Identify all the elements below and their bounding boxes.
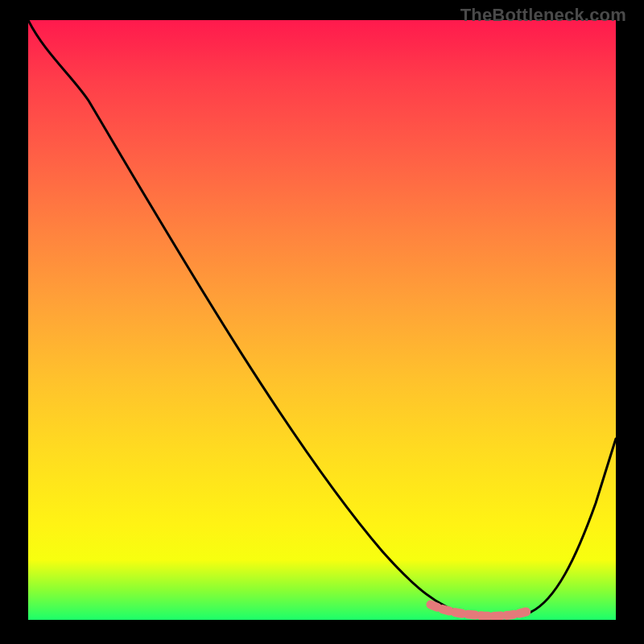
chart-svg xyxy=(28,20,616,620)
chart-plot-area xyxy=(28,20,616,620)
bottleneck-curve xyxy=(28,20,616,617)
highlight-segment xyxy=(431,605,529,616)
chart-frame: TheBottleneck.com xyxy=(0,0,644,644)
watermark-text: TheBottleneck.com xyxy=(460,5,626,26)
